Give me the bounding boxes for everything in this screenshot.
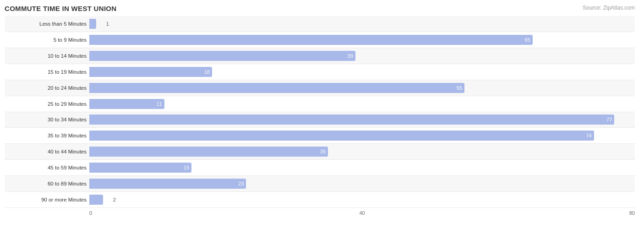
bar-row: 10 to 14 Minutes39 — [5, 48, 635, 64]
bar-row: 40 to 44 Minutes35 — [5, 144, 635, 160]
bar-track: 74 — [89, 131, 635, 141]
bar-label: 15 to 19 Minutes — [5, 69, 89, 75]
bar-value-inside: 55 — [457, 85, 462, 91]
bar-label: 25 to 29 Minutes — [5, 101, 89, 107]
x-axis: 04080 — [89, 208, 635, 217]
bar-fill: 2 — [89, 195, 103, 205]
x-tick: 40 — [359, 210, 365, 216]
bar-track: 15 — [89, 163, 635, 173]
bar-label: 90 or more Minutes — [5, 197, 89, 202]
bar-fill: 35 — [89, 147, 328, 157]
bar-value-inside: 15 — [184, 165, 189, 170]
bar-track: 39 — [89, 51, 635, 61]
bar-label: 35 to 39 Minutes — [5, 133, 89, 138]
bar-value-inside: 39 — [347, 53, 353, 59]
bar-label: 10 to 14 Minutes — [5, 53, 89, 59]
bar-value-inside: 65 — [524, 37, 530, 43]
bar-fill: 39 — [89, 51, 355, 61]
bar-value: 2 — [113, 197, 116, 202]
bar-track: 23 — [89, 179, 635, 189]
bar-row: 60 to 89 Minutes23 — [5, 176, 635, 192]
chart-area: Less than 5 Minutes15 to 9 Minutes6510 t… — [5, 16, 635, 208]
bar-label: Less than 5 Minutes — [5, 21, 89, 27]
bar-row: 45 to 59 Minutes15 — [5, 160, 635, 176]
bar-value-inside: 11 — [157, 101, 162, 107]
bar-value-inside: 23 — [238, 181, 244, 186]
bar-track: 35 — [89, 147, 635, 157]
bar-row: Less than 5 Minutes1 — [5, 16, 635, 32]
bar-fill: 15 — [89, 163, 191, 173]
bar-value-inside: 77 — [606, 117, 612, 122]
bar-value-inside: 18 — [204, 69, 210, 75]
chart-container: COMMUTE TIME IN WEST UNION Source: ZipAt… — [0, 0, 644, 240]
chart-title: COMMUTE TIME IN WEST UNION — [5, 5, 635, 12]
bar-row: 30 to 34 Minutes77 — [5, 112, 635, 128]
bar-value: 1 — [106, 21, 109, 27]
bar-track: 65 — [89, 35, 635, 45]
x-tick: 0 — [89, 210, 92, 216]
bar-label: 30 to 34 Minutes — [5, 117, 89, 122]
bar-row: 25 to 29 Minutes11 — [5, 96, 635, 112]
bar-row: 35 to 39 Minutes74 — [5, 128, 635, 144]
source-label: Source: ZipAtlas.com — [583, 5, 635, 11]
bar-fill: 23 — [89, 179, 246, 189]
bar-fill: 55 — [89, 83, 464, 93]
bar-row: 90 or more Minutes2 — [5, 192, 635, 208]
bar-label: 45 to 59 Minutes — [5, 165, 89, 170]
bar-track: 55 — [89, 83, 635, 93]
bar-track: 1 — [89, 19, 635, 29]
bar-label: 5 to 9 Minutes — [5, 37, 89, 43]
bar-row: 5 to 9 Minutes65 — [5, 32, 635, 48]
bar-fill: 77 — [89, 115, 614, 125]
bar-value-inside: 74 — [586, 133, 591, 138]
bar-fill: 65 — [89, 35, 533, 45]
bar-label: 40 to 44 Minutes — [5, 149, 89, 154]
bar-track: 2 — [89, 195, 635, 205]
bar-track: 18 — [89, 67, 635, 77]
bar-track: 11 — [89, 99, 635, 109]
bar-label: 20 to 24 Minutes — [5, 85, 89, 91]
bar-track: 77 — [89, 115, 635, 125]
bar-label: 60 to 89 Minutes — [5, 181, 89, 186]
bar-row: 20 to 24 Minutes55 — [5, 80, 635, 96]
x-tick: 80 — [629, 210, 635, 216]
bar-value-inside: 35 — [320, 149, 326, 154]
bar-fill: 74 — [89, 131, 594, 141]
bar-fill: 1 — [89, 19, 96, 29]
bar-fill: 18 — [89, 67, 212, 77]
bar-fill: 11 — [89, 99, 164, 109]
bar-row: 15 to 19 Minutes18 — [5, 64, 635, 80]
